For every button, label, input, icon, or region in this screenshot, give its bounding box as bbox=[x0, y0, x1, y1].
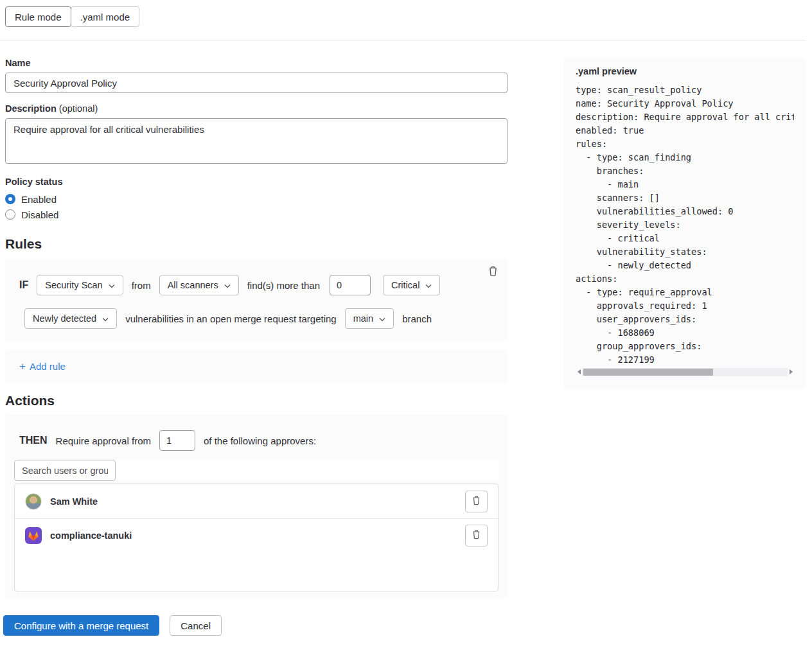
severity-dropdown[interactable]: Critical bbox=[383, 275, 440, 295]
scanners-value: All scanners bbox=[168, 280, 218, 290]
remove-approver-button[interactable] bbox=[465, 525, 488, 546]
avatar bbox=[25, 493, 42, 510]
following-approvers-text: of the following approvers: bbox=[204, 435, 316, 446]
chevron-down-icon bbox=[425, 280, 432, 290]
remove-approver-button[interactable] bbox=[465, 491, 488, 512]
name-input[interactable] bbox=[5, 73, 508, 93]
status-disabled-label: Disabled bbox=[21, 209, 58, 220]
description-textarea[interactable]: Require approval for all critical vulner… bbox=[5, 118, 508, 164]
description-label: Description (optional) bbox=[5, 103, 508, 114]
scrollbar-track[interactable] bbox=[582, 368, 788, 376]
policy-editor-page: Rule mode .yaml mode Name Description (o… bbox=[0, 0, 812, 646]
cancel-button[interactable]: Cancel bbox=[170, 615, 222, 636]
radio-unchecked-icon[interactable] bbox=[5, 209, 15, 220]
status-radio-disabled[interactable]: Disabled bbox=[5, 208, 508, 221]
rule-row-1: IF Security Scan from All scanners find(… bbox=[19, 275, 497, 295]
chevron-down-icon bbox=[379, 313, 385, 324]
plus-icon: + bbox=[19, 360, 26, 373]
mode-tabs: Rule mode .yaml mode bbox=[5, 6, 139, 27]
require-approval-text: Require approval from bbox=[56, 435, 151, 446]
vulnerability-state-dropdown[interactable]: Newly detected bbox=[24, 308, 117, 329]
yaml-code: type: scan_result_policy name: Security … bbox=[576, 83, 794, 367]
approver-search-bar bbox=[14, 460, 499, 481]
rule-row-2: Newly detected vulnerabilities in an ope… bbox=[24, 308, 497, 329]
policy-form: Name Description (optional) Require appr… bbox=[5, 58, 508, 636]
approver-row-compliance-tanuki: compliance-tanuki bbox=[15, 518, 498, 552]
finds-more-than-text: find(s) more than bbox=[247, 280, 320, 291]
scrollbar-thumb[interactable] bbox=[583, 369, 713, 376]
vulnerabilities-count-input[interactable] bbox=[330, 275, 371, 295]
approver-name: compliance-tanuki bbox=[50, 530, 132, 541]
actions-heading: Actions bbox=[5, 393, 508, 408]
branch-text: branch bbox=[402, 313, 432, 324]
trash-icon bbox=[472, 496, 481, 507]
approver-name: Sam White bbox=[50, 496, 98, 507]
status-enabled-label: Enabled bbox=[21, 194, 57, 205]
tab-yaml-mode[interactable]: .yaml mode bbox=[71, 6, 140, 27]
tab-rule-mode[interactable]: Rule mode bbox=[5, 6, 71, 27]
scan-type-dropdown[interactable]: Security Scan bbox=[37, 275, 123, 295]
trash-icon bbox=[472, 530, 481, 541]
policy-status-label: Policy status bbox=[5, 177, 508, 187]
chevron-down-icon bbox=[224, 280, 231, 290]
approver-list: Sam White bbox=[14, 484, 499, 591]
add-rule-button[interactable]: + Add rule bbox=[19, 360, 66, 373]
scroll-left-arrow-icon[interactable] bbox=[576, 367, 582, 376]
if-label: IF bbox=[19, 279, 28, 291]
from-text: from bbox=[132, 280, 151, 291]
search-users-groups-input[interactable] bbox=[14, 460, 116, 481]
branch-value: main bbox=[353, 313, 373, 324]
delete-rule-button[interactable] bbox=[486, 265, 500, 278]
targeting-text: vulnerabilities in an open merge request… bbox=[125, 313, 337, 324]
description-label-text: Description bbox=[5, 103, 57, 114]
scanners-dropdown[interactable]: All scanners bbox=[159, 275, 239, 295]
status-radio-enabled[interactable]: Enabled bbox=[5, 193, 508, 205]
then-label: THEN bbox=[19, 435, 48, 446]
configure-merge-request-button[interactable]: Configure with a merge request bbox=[3, 615, 159, 636]
horizontal-scrollbar[interactable] bbox=[576, 367, 794, 376]
action-card: THEN Require approval from of the follow… bbox=[5, 415, 508, 598]
radio-checked-icon[interactable] bbox=[5, 194, 15, 204]
divider bbox=[0, 40, 806, 40]
name-label: Name bbox=[5, 58, 508, 68]
add-rule-label: Add rule bbox=[30, 361, 66, 372]
branch-dropdown[interactable]: main bbox=[345, 308, 394, 329]
scroll-right-arrow-icon[interactable] bbox=[788, 367, 794, 376]
yaml-preview-panel: .yaml preview type: scan_result_policy n… bbox=[564, 58, 806, 389]
yaml-preview-title: .yaml preview bbox=[576, 66, 794, 76]
severity-value: Critical bbox=[391, 280, 419, 290]
scan-type-value: Security Scan bbox=[45, 280, 102, 290]
trash-icon bbox=[488, 269, 499, 279]
approver-row-sam-white: Sam White bbox=[15, 484, 498, 518]
rules-heading: Rules bbox=[5, 236, 508, 252]
chevron-down-icon bbox=[109, 280, 115, 290]
avatar bbox=[25, 527, 42, 544]
add-rule-section: + Add rule bbox=[5, 350, 508, 383]
description-optional-text: (optional) bbox=[59, 103, 98, 114]
rule-card: IF Security Scan from All scanners find(… bbox=[5, 259, 508, 341]
action-row: THEN Require approval from of the follow… bbox=[14, 430, 499, 451]
chevron-down-icon bbox=[102, 313, 109, 324]
state-value: Newly detected bbox=[33, 313, 96, 324]
approvals-required-input[interactable] bbox=[159, 430, 195, 451]
form-footer: Configure with a merge request Cancel bbox=[3, 615, 508, 636]
